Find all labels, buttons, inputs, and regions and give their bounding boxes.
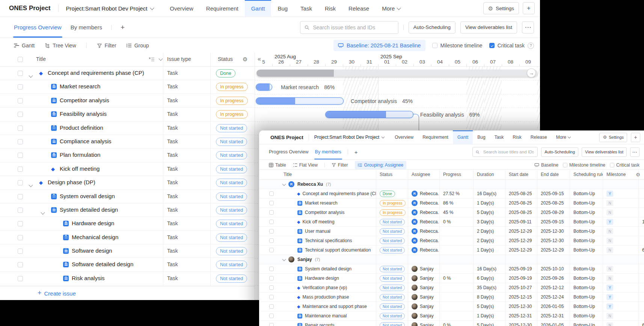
- row-checkbox[interactable]: [269, 201, 274, 205]
- critical-task-checkbox[interactable]: [610, 163, 614, 167]
- auto-scheduling-button[interactable]: Auto-Scheduling: [541, 147, 578, 157]
- critical-task-toggle[interactable]: Critical task: [610, 162, 639, 168]
- row-checkbox[interactable]: [18, 98, 23, 103]
- member-issue-row[interactable]: Maintenance manualNot startedSanjay1 Day…: [259, 311, 644, 321]
- row-checkbox[interactable]: [18, 194, 23, 199]
- issue-row[interactable]: Product definitionTaskNot started: [0, 121, 255, 135]
- milestone-timeline-checkbox[interactable]: [432, 43, 437, 48]
- nav-item-task[interactable]: Task: [294, 0, 318, 17]
- issue-row[interactable]: System overall designTaskNot started: [0, 190, 255, 203]
- view-deliverables-button[interactable]: View deliverables list: [460, 21, 517, 33]
- row-checkbox[interactable]: [18, 276, 23, 281]
- settings-button[interactable]: ⚙ Settings: [599, 133, 627, 142]
- issue-row[interactable]: Software designTaskNot started: [0, 244, 255, 258]
- member-issue-row[interactable]: ◆Concept and requirements phase (CP)Done…: [259, 189, 644, 199]
- issue-row[interactable]: ◆Concept and requirements phase (CP)Task…: [0, 67, 255, 80]
- select-all-checkbox[interactable]: [18, 57, 23, 62]
- row-checkbox[interactable]: [269, 267, 274, 271]
- gantt-view-button[interactable]: Gantt: [14, 42, 35, 49]
- member-issue-row[interactable]: Competitor analysisIn progressRRebecca..…: [259, 208, 644, 217]
- project-selector[interactable]: Project:Smart Robot Dev Project: [314, 135, 384, 140]
- view-deliverables-button[interactable]: View deliverables list: [582, 147, 627, 157]
- filter-button[interactable]: Filter: [332, 162, 348, 168]
- issue-row[interactable]: Compliance analysisTaskNot started: [0, 135, 255, 149]
- row-checkbox[interactable]: [269, 314, 274, 318]
- row-checkbox[interactable]: [18, 84, 23, 89]
- member-issue-row[interactable]: ◆Kick off meetingNot startedRRebecca...0…: [259, 217, 644, 227]
- issue-row[interactable]: Feasibility analysisTaskIn progress: [0, 108, 255, 121]
- critical-task-checkbox[interactable]: [489, 43, 495, 48]
- tab-by-members[interactable]: By members: [315, 144, 341, 159]
- nav-item-gantt[interactable]: Gantt: [453, 130, 473, 144]
- expand-chevron-icon[interactable]: [29, 72, 32, 79]
- row-checkbox[interactable]: [269, 210, 274, 215]
- nav-item-release[interactable]: Release: [526, 130, 552, 144]
- nav-item-risk[interactable]: Risk: [508, 130, 526, 144]
- assignee-group-header[interactable]: Sanjay(7): [259, 255, 644, 264]
- help-icon[interactable]: ?: [528, 42, 534, 49]
- member-issue-row[interactable]: Technical specificationsNot startedRRebe…: [259, 236, 644, 246]
- issue-row[interactable]: Hardware designTaskNot started: [0, 217, 255, 230]
- search-input[interactable]: [483, 149, 535, 155]
- row-checkbox[interactable]: [269, 304, 274, 309]
- issue-row[interactable]: Market researchTaskIn progress: [0, 80, 255, 94]
- expand-chevron-icon[interactable]: [41, 209, 44, 215]
- nav-item-requirement[interactable]: Requirement: [418, 130, 453, 144]
- flat-view-button[interactable]: Flat View: [293, 162, 318, 168]
- baseline-button[interactable]: Baseline: 2025-08-21 Baseline: [333, 40, 425, 51]
- row-checkbox[interactable]: [18, 249, 23, 254]
- search-input[interactable]: [312, 24, 394, 31]
- member-issue-row[interactable]: User manualNot startedRRebecca...2 Day(s…: [259, 227, 644, 236]
- member-issue-row[interactable]: ◆Mass production phaseNot startedSanjay8…: [259, 293, 644, 302]
- search-box[interactable]: [300, 21, 398, 34]
- milestone-timeline-toggle[interactable]: Milestone timeline: [563, 162, 605, 168]
- add-tab-button[interactable]: +: [121, 23, 125, 32]
- grouping-button[interactable]: Grouping: Assignee: [355, 161, 407, 169]
- tab-progress-overview[interactable]: Progress Overview: [269, 144, 309, 159]
- issue-row[interactable]: ◆Kick off meetingTaskNot started: [0, 162, 255, 176]
- row-checkbox[interactable]: [18, 153, 23, 158]
- member-issue-row[interactable]: System detailed designNot startedSanjay1…: [259, 264, 644, 274]
- critical-task-toggle[interactable]: Critical task ?: [489, 42, 534, 49]
- tree-view-button[interactable]: Tree View: [45, 42, 76, 49]
- nav-item-overview[interactable]: Overview: [163, 0, 200, 17]
- row-checkbox[interactable]: [269, 276, 274, 281]
- more-actions-button[interactable]: ⋯: [522, 21, 534, 33]
- row-checkbox[interactable]: [269, 323, 274, 326]
- row-checkbox[interactable]: [18, 208, 23, 213]
- add-tab-button[interactable]: +: [354, 149, 358, 155]
- issue-row[interactable]: System detailed designTaskNot started: [0, 203, 255, 217]
- more-actions-button[interactable]: ⋯: [630, 147, 639, 157]
- milestone-timeline-checkbox[interactable]: [563, 163, 567, 167]
- table-view-button[interactable]: Table: [269, 162, 286, 168]
- issue-row[interactable]: Software detailed designTaskNot started: [0, 258, 255, 271]
- row-checkbox[interactable]: [18, 112, 23, 117]
- table-settings-gear-icon[interactable]: ⚙: [243, 56, 247, 62]
- create-issue-button[interactable]: + Create issue: [0, 286, 255, 300]
- member-issue-row[interactable]: ◆Maintenance and support phaseNot starte…: [259, 302, 644, 311]
- column-manager-icon[interactable]: [149, 57, 155, 62]
- member-issue-row[interactable]: Market researchIn progressRRebecca...86 …: [259, 199, 644, 208]
- nav-item-bug[interactable]: Bug: [473, 130, 490, 144]
- row-checkbox[interactable]: [18, 180, 23, 185]
- nav-item-gantt[interactable]: Gantt: [245, 0, 271, 17]
- issue-row[interactable]: Risk analysisTaskNot started: [0, 272, 255, 285]
- filter-button[interactable]: Filter: [97, 42, 116, 49]
- row-checkbox[interactable]: [18, 71, 23, 76]
- group-button[interactable]: Group: [127, 42, 149, 49]
- member-issue-row[interactable]: Repair recordsNot startedSanjay0 %5 Day(…: [259, 321, 644, 326]
- collapse-chevron-icon[interactable]: [282, 257, 286, 261]
- nav-item-risk[interactable]: Risk: [318, 0, 342, 17]
- auto-scheduling-button[interactable]: Auto-Scheduling: [409, 21, 455, 33]
- assignee-group-header[interactable]: RRebecca Xu(7): [259, 180, 644, 189]
- row-checkbox[interactable]: [269, 238, 274, 243]
- row-checkbox[interactable]: [18, 139, 23, 144]
- task-bar[interactable]: [325, 111, 413, 118]
- member-issue-row[interactable]: ◆Verification phase (vp)Not startedSanja…: [259, 283, 644, 293]
- member-issue-row[interactable]: Hardware designNot startedSanjay0 %6 Day…: [259, 274, 644, 283]
- row-checkbox[interactable]: [269, 295, 274, 299]
- nav-item-bug[interactable]: Bug: [271, 0, 294, 17]
- expand-chevron-icon[interactable]: [29, 181, 32, 188]
- nav-item-more[interactable]: More: [376, 0, 407, 17]
- scroll-right-arrow-button[interactable]: →: [527, 68, 536, 77]
